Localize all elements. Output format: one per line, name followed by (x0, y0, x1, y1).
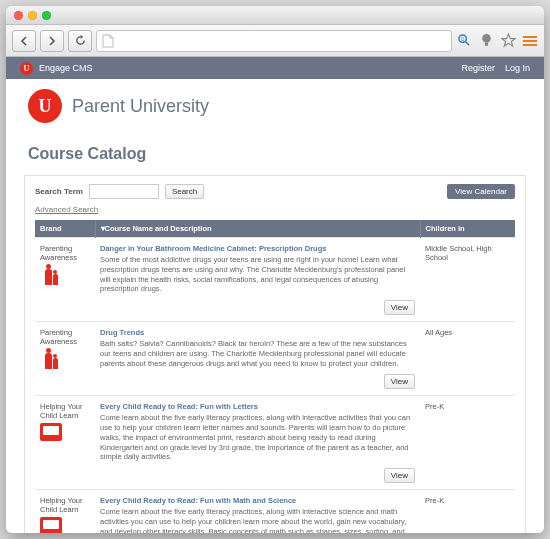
course-cell: Every Child Ready to Read: Fun with Math… (95, 490, 420, 534)
brand-name: Parenting Awareness (40, 328, 90, 346)
course-description: Come learn about the five early literacy… (100, 413, 415, 462)
children-cell: All Ages (420, 322, 515, 396)
course-title-link[interactable]: Every Child Ready to Read: Fun with Math… (100, 496, 415, 505)
login-link[interactable]: Log In (505, 63, 530, 73)
course-table: Brand ▾Course Name and Description Child… (35, 220, 515, 533)
children-cell: Pre-K (420, 396, 515, 490)
course-description: Bath salts? Salvia? Cannibanoids? Black … (100, 339, 415, 368)
brand-cell: Parenting Awareness (35, 238, 95, 322)
brand-cell: Parenting Awareness (35, 322, 95, 396)
search-input[interactable] (89, 184, 159, 199)
table-row: Helping Your Child LearnEvery Child Read… (35, 396, 515, 490)
children-cell: Middle School, High School (420, 238, 515, 322)
brand-name: Helping Your Child Learn (40, 402, 90, 420)
view-button[interactable]: View (384, 300, 415, 315)
col-course[interactable]: ▾Course Name and Description (95, 220, 420, 238)
brand-cell: Helping Your Child Learn (35, 490, 95, 534)
brand-title: Parent University (72, 96, 209, 117)
window-titlebar (6, 6, 544, 25)
menu-button[interactable] (522, 33, 538, 49)
catalog-panel: Search Term Search View Calendar Advance… (24, 175, 526, 533)
page-content: U Engage CMS Register Log In U Parent Un… (6, 57, 544, 533)
brand-name: Helping Your Child Learn (40, 496, 90, 514)
site-name: Engage CMS (39, 63, 93, 73)
site-top-nav: U Engage CMS Register Log In (6, 57, 544, 79)
view-calendar-button[interactable]: View Calendar (447, 184, 515, 199)
search-page-icon[interactable]: Q (456, 33, 472, 49)
svg-text:Q: Q (460, 37, 464, 42)
view-button[interactable]: View (384, 468, 415, 483)
register-link[interactable]: Register (461, 63, 495, 73)
back-button[interactable] (12, 30, 36, 52)
course-cell: Drug TrendsBath salts? Salvia? Cannibano… (95, 322, 420, 396)
hamburger-icon (523, 36, 537, 46)
brand-header: U Parent University (6, 79, 544, 137)
search-button[interactable]: Search (165, 184, 204, 199)
parenting-icon (40, 265, 62, 285)
children-cell: Pre-K (420, 490, 515, 534)
book-icon (40, 517, 62, 533)
window-minimize-button[interactable] (28, 11, 37, 20)
svg-point-3 (482, 34, 491, 43)
course-cell: Every Child Ready to Read: Fun with Lett… (95, 396, 420, 490)
browser-toolbar: Q (6, 25, 544, 57)
col-brand[interactable]: Brand (35, 220, 95, 238)
page-icon (102, 34, 114, 48)
col-children[interactable]: Children in (420, 220, 515, 238)
url-bar[interactable] (96, 30, 452, 52)
reload-button[interactable] (68, 30, 92, 52)
brand-logo-icon: U (28, 89, 62, 123)
forward-button[interactable] (40, 30, 64, 52)
course-title-link[interactable]: Every Child Ready to Read: Fun with Lett… (100, 402, 415, 411)
advanced-search-link[interactable]: Advanced Search (35, 205, 515, 214)
course-description: Come learn about the five early literacy… (100, 507, 415, 533)
course-cell: Danger in Your Bathroom Medicine Cabinet… (95, 238, 420, 322)
lightbulb-icon[interactable] (478, 33, 494, 49)
table-row: Helping Your Child LearnEvery Child Read… (35, 490, 515, 534)
svg-rect-4 (484, 43, 487, 46)
brand-cell: Helping Your Child Learn (35, 396, 95, 490)
table-row: Parenting AwarenessDrug TrendsBath salts… (35, 322, 515, 396)
parenting-icon (40, 349, 62, 369)
page-title: Course Catalog (6, 137, 544, 175)
search-label: Search Term (35, 187, 83, 196)
window-close-button[interactable] (14, 11, 23, 20)
course-title-link[interactable]: Danger in Your Bathroom Medicine Cabinet… (100, 244, 415, 253)
svg-line-1 (465, 41, 469, 45)
book-icon (40, 423, 62, 441)
view-button[interactable]: View (384, 374, 415, 389)
course-title-link[interactable]: Drug Trends (100, 328, 415, 337)
star-icon[interactable] (500, 33, 516, 49)
browser-window: Q U Engage CMS Register Log In (6, 6, 544, 533)
table-row: Parenting AwarenessDanger in Your Bathro… (35, 238, 515, 322)
window-maximize-button[interactable] (42, 11, 51, 20)
nav-logo-icon: U (20, 62, 33, 75)
course-description: Some of the most addictive drugs your te… (100, 255, 415, 294)
brand-name: Parenting Awareness (40, 244, 90, 262)
